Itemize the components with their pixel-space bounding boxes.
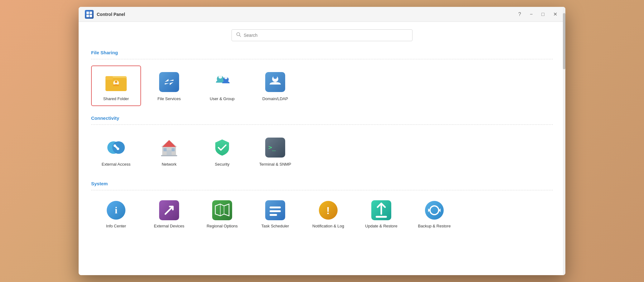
notification-icon: ! (318, 200, 338, 220)
minimize-button[interactable]: − (528, 10, 534, 18)
svg-rect-30 (161, 155, 177, 156)
svg-rect-29 (172, 148, 175, 151)
svg-point-19 (273, 75, 277, 79)
scrollbar-thumb[interactable] (563, 13, 565, 69)
help-button[interactable]: ? (516, 10, 523, 18)
connectivity-title: Connectivity (91, 115, 553, 121)
file-sharing-divider (91, 59, 553, 59)
svg-point-23 (117, 148, 119, 150)
external-access-icon (105, 137, 127, 158)
svg-rect-27 (167, 150, 172, 156)
close-button[interactable]: ✕ (551, 10, 559, 18)
svg-marker-26 (162, 140, 176, 147)
control-panel-window: Control Panel ? − □ ✕ File Shari (79, 7, 565, 275)
external-access-label: External Access (102, 162, 131, 167)
search-icon (236, 32, 241, 38)
titlebar-controls: ? − □ ✕ (516, 10, 559, 18)
regional-item[interactable]: Regional Options (197, 197, 247, 233)
domain-ldap-icon (264, 71, 286, 93)
task-scheduler-label: Task Scheduler (261, 223, 289, 229)
security-item[interactable]: Security (197, 131, 247, 172)
svg-text:!: ! (326, 205, 330, 216)
update-label: Update & Restore (365, 223, 397, 229)
external-devices-item[interactable]: External Devices (144, 197, 194, 233)
info-icon: i (106, 200, 126, 220)
task-scheduler-item[interactable]: Task Scheduler (250, 197, 300, 233)
system-divider (91, 190, 553, 190)
titlebar-left: Control Panel (85, 10, 125, 19)
domain-ldap-item[interactable]: Domain/LDAP (250, 66, 300, 106)
update-item[interactable]: Update & Restore (356, 197, 406, 233)
domain-ldap-label: Domain/LDAP (262, 96, 288, 102)
svg-rect-2 (86, 15, 89, 17)
update-icon (371, 200, 391, 220)
backup-item[interactable]: Backup & Restore (409, 197, 459, 233)
system-grid: i Info Center (91, 197, 553, 233)
app-icon (85, 10, 94, 19)
user-group-label: User & Group (210, 96, 234, 102)
svg-line-5 (240, 36, 241, 37)
file-sharing-grid: Shared Folder (91, 66, 553, 106)
scrollbar-track[interactable] (563, 7, 565, 275)
svg-text:i: i (115, 205, 117, 215)
file-services-icon (158, 71, 180, 93)
shared-folder-icon (105, 71, 127, 93)
search-container (91, 29, 553, 41)
external-devices-label: External Devices (154, 223, 184, 229)
connectivity-divider (91, 124, 553, 125)
main-content: File Sharing (79, 22, 565, 275)
maximize-button[interactable]: □ (539, 10, 546, 18)
user-group-item[interactable]: User & Group (197, 66, 247, 106)
external-access-item[interactable]: External Access (91, 131, 141, 172)
file-services-item[interactable]: File Services (144, 66, 194, 106)
regional-icon (212, 200, 232, 220)
terminal-snmp-label: Terminal & SNMP (259, 162, 291, 167)
svg-rect-0 (86, 12, 89, 14)
titlebar: Control Panel ? − □ ✕ (79, 7, 565, 22)
terminal-snmp-item[interactable]: >_ Terminal & SNMP (250, 131, 300, 172)
backup-icon (424, 200, 444, 220)
svg-rect-3 (90, 15, 92, 17)
svg-rect-12 (159, 72, 179, 92)
info-item[interactable]: i Info Center (91, 197, 141, 233)
file-services-label: File Services (158, 96, 181, 102)
notification-label: Notification & Log (312, 223, 344, 229)
system-title: System (91, 181, 553, 186)
search-input[interactable] (244, 33, 408, 38)
network-icon (158, 137, 180, 158)
shared-folder-item[interactable]: Shared Folder (91, 66, 141, 106)
regional-label: Regional Options (207, 223, 238, 229)
shared-folder-label: Shared Folder (103, 96, 129, 102)
svg-point-16 (224, 76, 227, 79)
network-label: Network (162, 162, 177, 167)
external-devices-icon (159, 200, 179, 220)
network-item[interactable]: Network (144, 131, 194, 172)
file-sharing-title: File Sharing (91, 50, 553, 55)
svg-rect-1 (90, 12, 92, 14)
svg-rect-40 (270, 207, 281, 208)
security-icon (211, 137, 233, 158)
svg-point-22 (114, 144, 116, 147)
svg-text:>_: >_ (268, 143, 276, 151)
svg-rect-9 (105, 76, 113, 80)
search-bar[interactable] (232, 29, 412, 41)
window-title: Control Panel (97, 12, 125, 17)
svg-rect-41 (270, 210, 281, 212)
connectivity-grid: External Access (91, 131, 553, 172)
task-scheduler-icon (265, 200, 285, 220)
svg-rect-46 (376, 216, 387, 218)
terminal-snmp-icon: >_ (264, 137, 286, 158)
svg-point-47 (425, 201, 444, 220)
security-label: Security (215, 162, 230, 167)
svg-point-11 (115, 80, 117, 83)
svg-rect-28 (163, 148, 167, 151)
user-group-icon (211, 71, 233, 93)
info-label: Info Center (106, 223, 126, 229)
backup-label: Backup & Restore (418, 223, 451, 229)
svg-point-14 (218, 75, 222, 79)
svg-point-21 (112, 141, 125, 154)
svg-rect-42 (270, 214, 277, 216)
notification-item[interactable]: ! Notification & Log (303, 197, 353, 233)
